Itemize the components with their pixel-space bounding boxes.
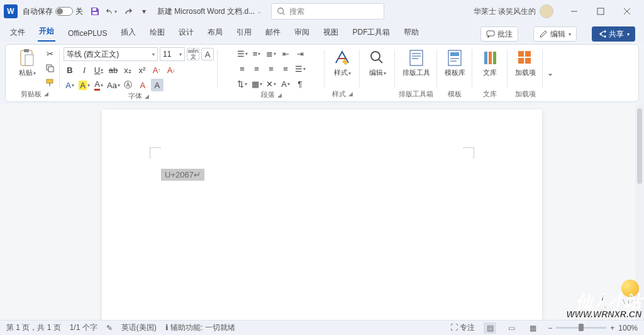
bullets-button[interactable]: ☰▾ <box>236 47 248 60</box>
strikethrough-button[interactable]: ab <box>107 64 119 76</box>
align-center-button[interactable]: ≡ <box>250 62 263 75</box>
status-language[interactable]: 英语(美国) <box>121 322 157 333</box>
read-mode-view-icon[interactable]: ▭ <box>505 322 518 334</box>
tab-officeplus[interactable]: OfficePLUS <box>67 26 108 42</box>
tab-file[interactable]: 文件 <box>9 25 26 42</box>
templates-button[interactable]: 模板库 <box>441 47 469 77</box>
layout-tools-button[interactable]: 排版工具 <box>402 47 430 77</box>
status-focus[interactable]: ⛶ 专注 <box>450 322 475 333</box>
enclose-characters-button[interactable]: Ⓐ <box>122 79 135 91</box>
change-case-button[interactable]: Aa▾ <box>107 79 120 91</box>
document-area[interactable]: U+2067↵ <box>0 105 644 320</box>
zoom-level[interactable]: 100% <box>618 324 638 332</box>
autosave-toggle[interactable]: 自动保存 关 <box>23 6 83 17</box>
subscript-button[interactable]: x₂ <box>121 64 134 76</box>
status-accessibility[interactable]: ℹ 辅助功能: 一切就绪 <box>165 322 235 333</box>
tab-home[interactable]: 开始 <box>38 23 55 42</box>
distributed-button[interactable]: ☰▾ <box>294 62 306 75</box>
addins-button[interactable]: 加载项 <box>511 47 539 77</box>
status-spellcheck-icon[interactable]: ✎ <box>106 324 113 332</box>
highlight-button[interactable]: A▾ <box>78 79 91 91</box>
show-marks-button[interactable]: ¶ <box>294 77 306 90</box>
character-border-button[interactable]: A <box>201 48 214 60</box>
font-name-select[interactable]: 等线 (西文正文)▾ <box>64 47 158 61</box>
dialog-launcher-icon[interactable]: ◢ <box>277 92 282 98</box>
print-layout-view-icon[interactable]: ▤ <box>484 322 496 334</box>
document-page[interactable]: U+2067↵ <box>102 110 542 320</box>
phonetic-guide-button[interactable]: wén文 <box>187 48 199 60</box>
zoom-out-icon[interactable]: − <box>548 324 552 332</box>
qat-dropdown-icon[interactable]: ▾ <box>138 6 150 17</box>
tab-insert[interactable]: 插入 <box>119 25 137 42</box>
status-page[interactable]: 第 1 页，共 1 页 <box>6 322 61 333</box>
scrollbar-thumb[interactable] <box>637 108 642 184</box>
save-icon[interactable] <box>89 6 101 17</box>
selected-text[interactable]: U+2067↵ <box>161 169 204 181</box>
shading-button[interactable]: A▾ <box>279 77 292 90</box>
toggle-switch-icon[interactable] <box>55 7 73 16</box>
dialog-launcher-icon[interactable]: ◢ <box>44 91 48 97</box>
cut-icon[interactable]: ✂ <box>43 47 56 60</box>
group-templates: 模板库 模板 <box>437 47 472 99</box>
decrease-indent-button[interactable]: ⇤ <box>279 47 292 60</box>
tab-draw[interactable]: 绘图 <box>148 25 166 42</box>
zoom-slider[interactable] <box>556 327 606 329</box>
tab-design[interactable]: 设计 <box>177 25 195 42</box>
wenku-button[interactable]: 文库 <box>476 47 504 77</box>
tab-mailings[interactable]: 邮件 <box>264 25 282 42</box>
grow-font-button[interactable]: A↑ <box>150 64 163 76</box>
comments-button[interactable]: 批注 <box>480 26 518 42</box>
character-shading-button[interactable]: A <box>151 79 164 91</box>
tab-help[interactable]: 帮助 <box>402 25 420 42</box>
search-box[interactable]: 搜索 <box>271 3 384 20</box>
tab-review[interactable]: 审阅 <box>293 25 311 42</box>
svg-rect-12 <box>410 50 423 65</box>
format-painter-icon[interactable] <box>43 76 56 89</box>
line-spacing-button[interactable]: ⇅▾ <box>236 77 248 90</box>
font-color-button[interactable]: A▾ <box>92 79 105 91</box>
zoom-control[interactable]: − + 100% <box>548 324 638 332</box>
maximize-button[interactable] <box>587 3 614 20</box>
sort-button[interactable]: ✕▾ <box>265 77 277 90</box>
web-layout-view-icon[interactable]: ▦ <box>526 322 539 334</box>
close-button[interactable] <box>614 3 640 20</box>
styles-button[interactable]: 样式▾ <box>328 47 356 77</box>
svg-rect-18 <box>518 51 524 57</box>
tab-pdf-toolbox[interactable]: PDF工具箱 <box>351 25 391 42</box>
increase-indent-button[interactable]: ⇥ <box>294 47 306 60</box>
multilevel-list-button[interactable]: ≣▾ <box>265 47 277 60</box>
bold-button[interactable]: B <box>64 64 76 76</box>
italic-button[interactable]: I <box>78 64 91 76</box>
editing-mode-button[interactable]: 编辑▾ <box>533 26 577 42</box>
shrink-font-button[interactable]: A↓ <box>165 64 177 76</box>
ribbon-collapse-button[interactable]: ⌄ <box>543 47 558 99</box>
copy-icon[interactable] <box>43 62 56 74</box>
font-size-select[interactable]: 11▾ <box>160 47 185 61</box>
dialog-launcher-icon[interactable]: ◢ <box>145 93 149 99</box>
align-left-button[interactable]: ≡ <box>236 62 248 75</box>
underline-button[interactable]: U▾ <box>92 64 105 76</box>
share-button[interactable]: 共享▾ <box>592 26 635 42</box>
dialog-launcher-icon[interactable]: ◢ <box>348 91 353 97</box>
user-account[interactable]: 华莱士 谈笑风生的 <box>474 4 553 18</box>
redo-icon[interactable] <box>122 6 133 17</box>
tab-view[interactable]: 视图 <box>322 25 340 42</box>
addins-icon <box>516 48 535 67</box>
status-word-count[interactable]: 1/1 个字 <box>70 322 97 333</box>
clear-formatting-button[interactable]: A <box>136 79 149 91</box>
search-icon <box>277 7 286 16</box>
text-effects-button[interactable]: A▾ <box>64 79 76 91</box>
tab-layout[interactable]: 布局 <box>206 25 224 42</box>
zoom-in-icon[interactable]: + <box>610 324 614 332</box>
align-right-button[interactable]: ≡ <box>265 62 277 75</box>
paste-button[interactable]: 粘贴▾ <box>13 47 41 77</box>
tab-references[interactable]: 引用 <box>235 25 253 42</box>
doc-title-chevron-icon[interactable]: ⌵ <box>258 9 261 14</box>
minimize-button[interactable] <box>561 3 587 20</box>
numbering-button[interactable]: ≡▾ <box>250 47 263 60</box>
superscript-button[interactable]: x² <box>136 64 148 76</box>
undo-icon[interactable]: ▾ <box>106 6 117 17</box>
borders-button[interactable]: ▦▾ <box>250 77 263 90</box>
editing-button[interactable]: 编辑▾ <box>364 47 391 77</box>
justify-button[interactable]: ≡ <box>279 62 292 75</box>
